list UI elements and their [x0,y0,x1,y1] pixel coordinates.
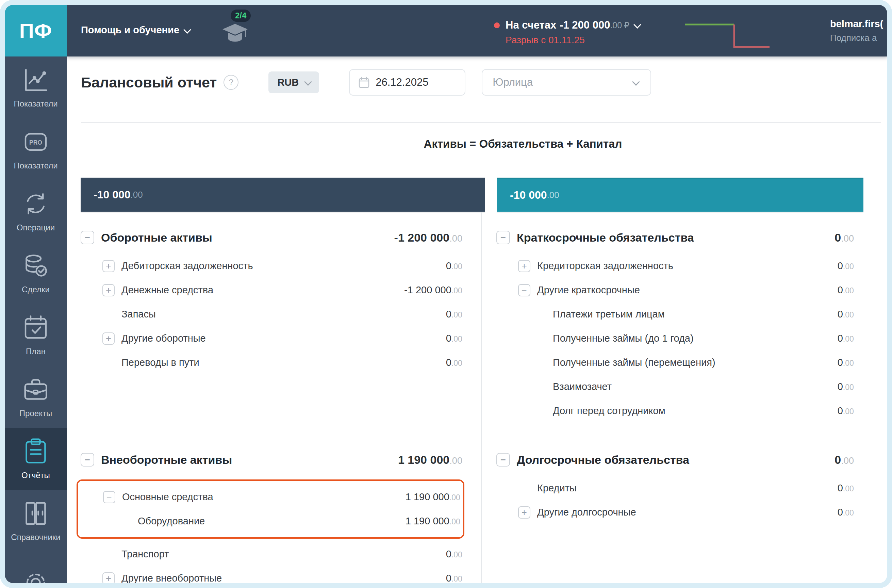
assets-total-decimals: .00 [130,189,143,200]
accounts-value: -1 200 000 [560,19,610,31]
row-label: Другие краткосрочные [537,285,838,296]
totals-bars: -10 000.00 -10 000.00 [81,178,864,212]
balance-columns: −Оборотные активы-1 200 000.00+Дебиторск… [81,212,864,583]
report-toolbar: Балансовый отчет ? RUB 26.12.2025 Юрлица [81,69,873,96]
sidebar-item-label: Проекты [19,409,52,418]
row-label: Другие оборотные [121,333,446,344]
row-value: 0.00 [838,260,854,272]
date-picker-value: 26.12.2025 [376,76,428,88]
balance-row: Запасы0.00 [81,302,472,326]
sidebar-item-reports[interactable]: Отчёты [5,428,67,490]
collapse-icon[interactable]: − [81,231,94,244]
balance-row: +Другие долгосрочные0.00 [496,500,864,524]
row-value: 0.00 [835,453,854,466]
balance-row: Долг перед сотрудником0.00 [496,399,864,423]
status-dot-icon [494,22,500,28]
sync-icon [22,190,49,218]
collapse-icon[interactable]: − [496,231,510,244]
expand-icon[interactable]: + [102,284,115,296]
row-value: 0.00 [446,549,462,560]
deals-icon [22,252,49,279]
balance-section-row: −Оборотные активы-1 200 000.00 [81,221,472,254]
row-value: 0.00 [838,507,854,518]
sidebar-item-pro[interactable]: PROПоказатели [5,118,67,180]
balance-section-row: −Краткосрочные обязательства0.00 [496,221,864,254]
window-frame: ПФ ПоказателиPROПоказателиОперацииСделки… [0,0,892,588]
row-label: Кредиторская задолженность [537,260,838,272]
chevron-down-icon [632,78,640,86]
projects-icon [22,376,49,403]
row-value: 0.00 [838,405,854,417]
currency-select[interactable]: RUB [268,72,319,93]
row-label: Платежи третьим лицам [553,309,838,320]
row-value: 0.00 [838,357,854,368]
row-value: -1 200 000.00 [394,231,462,244]
collapse-icon[interactable]: − [518,284,531,296]
sidebar-item-settings[interactable] [5,552,67,583]
cash-gap-warning: Разрыв с 01.11.25 [505,35,640,46]
sidebar-item-label: План [26,347,46,356]
sidebar-item-label: Показатели [13,161,57,171]
sidebar-item-label: Отчёты [21,471,50,480]
collapse-icon[interactable]: − [496,453,510,466]
app-logo[interactable]: ПФ [5,5,67,57]
balance-equation: Активы = Обязательства + Капитал [81,138,873,150]
expand-icon[interactable]: + [102,260,115,272]
row-value: 0.00 [446,357,462,368]
main-content: Балансовый отчет ? RUB 26.12.2025 Юрлица… [67,57,887,583]
app-window: ПФ ПоказателиPROПоказателиОперацииСделки… [5,5,887,583]
row-value: 1 190 000.00 [406,491,460,502]
sidebar-item-projects[interactable]: Проекты [5,366,67,428]
sidebar-item-label: Показатели [13,99,57,108]
currency-select-value: RUB [277,77,299,88]
subscription-status: Подписка а [830,33,883,43]
accounts-label: На счетах [505,19,556,31]
help-menu[interactable]: Помощь и обучение [81,24,189,36]
graduation-cap-icon [220,19,250,48]
collapse-icon[interactable]: − [103,491,115,503]
row-label: Полученные займы (перемещения) [553,357,838,368]
balance-row: Полученные займы (до 1 года)0.00 [496,326,864,351]
highlight-box: −Основные средства1 190 000.00Оборудован… [76,480,464,538]
row-label: Внеоборотные активы [101,453,398,466]
page-title: Балансовый отчет [81,74,217,91]
balance-row: −Основные средства1 190 000.00 [78,485,463,509]
row-label: Другие долгосрочные [537,507,838,518]
entity-select[interactable]: Юрлица [482,69,651,96]
user-menu[interactable]: belmar.firs( Подписка а [830,18,883,43]
accounts-balance[interactable]: На счетах -1 200 000 .00 ₽ Разрыв с 01.1… [494,19,640,46]
date-picker[interactable]: 26.12.2025 [349,69,465,96]
expand-icon[interactable]: + [518,260,531,272]
expand-icon[interactable]: + [102,333,115,345]
row-value: 0.00 [838,285,854,296]
row-label: Оборотные активы [101,231,394,244]
calendar-icon [358,76,369,88]
balance-row: Платежи третьим лицам0.00 [496,302,864,326]
row-label: Долг перед сотрудником [553,405,838,417]
row-label: Оборудование [138,516,406,527]
row-value: 0.00 [838,483,854,494]
row-label: Другие внеоборотные [121,573,446,583]
row-value: 0.00 [838,333,854,344]
balance-sparkline [685,19,772,54]
sidebar-item-chart[interactable]: Показатели [5,57,67,118]
row-value: 0.00 [446,309,462,320]
sidebar-item-plan[interactable]: План [5,304,67,366]
row-label: Кредиты [537,483,838,494]
user-name: belmar.firs( [830,18,883,30]
sidebar-item-directories[interactable]: Справочники [5,490,67,552]
training-progress[interactable]: 2/4 [220,9,265,50]
help-icon[interactable]: ? [223,75,238,90]
expand-icon[interactable]: + [518,506,531,519]
collapse-icon[interactable]: − [81,453,94,466]
sidebar-item-label: Операции [16,223,55,232]
sidebar-item-sync[interactable]: Операции [5,180,67,242]
assets-total-bar: -10 000.00 [81,178,485,212]
expand-icon[interactable]: + [102,572,115,584]
row-value: 0.00 [838,381,854,392]
row-label: Транспорт [121,549,446,560]
sidebar-item-deals[interactable]: Сделки [5,242,67,304]
toolbar-divider [81,122,881,123]
row-label: Запасы [121,309,446,320]
sidebar-nav: ПоказателиPROПоказателиОперацииСделкиПла… [5,57,67,583]
